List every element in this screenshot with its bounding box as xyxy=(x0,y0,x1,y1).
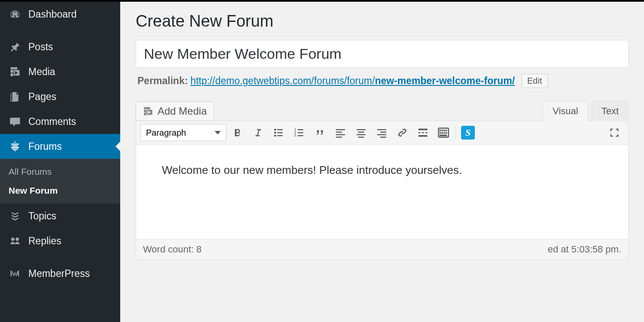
svg-rect-39 xyxy=(446,132,447,134)
svg-rect-13 xyxy=(298,135,304,136)
svg-rect-18 xyxy=(357,129,366,130)
shortcode-button[interactable]: S xyxy=(459,124,477,141)
editor-footer: Word count: 8 ed at 5:03:58 pm. xyxy=(136,239,628,259)
svg-rect-16 xyxy=(336,134,345,135)
align-center-button[interactable] xyxy=(352,124,371,141)
sidebar-item-replies[interactable]: Replies xyxy=(0,228,120,253)
sidebar-item-label: Dashboard xyxy=(28,9,77,20)
sidebar-item-label: Forums xyxy=(28,141,62,152)
svg-point-2 xyxy=(274,129,276,131)
svg-point-4 xyxy=(274,132,276,134)
numbered-list-button[interactable]: 123 xyxy=(290,124,309,141)
svg-rect-17 xyxy=(336,137,342,137)
toolbar-separator xyxy=(456,126,456,140)
svg-rect-15 xyxy=(336,132,342,133)
svg-rect-22 xyxy=(377,129,386,130)
forum-title-input[interactable] xyxy=(136,40,629,68)
svg-rect-21 xyxy=(358,137,364,137)
svg-rect-5 xyxy=(277,132,283,133)
sidebar-item-label: Posts xyxy=(28,41,53,53)
sidebar-item-label: Replies xyxy=(28,235,61,247)
sidebar-item-comments[interactable]: Comments xyxy=(0,109,120,134)
svg-rect-30 xyxy=(419,135,428,137)
main-content: Create New Forum Permalink: http://demo.… xyxy=(120,2,644,322)
word-count: Word count: 8 xyxy=(143,244,202,255)
svg-rect-19 xyxy=(358,132,364,133)
svg-point-1 xyxy=(15,237,19,241)
memberpress-icon xyxy=(9,267,21,280)
pin-icon xyxy=(9,40,21,53)
saved-timestamp: ed at 5:03:58 pm. xyxy=(548,244,621,255)
editor-box: Paragraph 123 S xyxy=(136,121,629,260)
svg-rect-29 xyxy=(425,132,428,133)
sidebar-item-dashboard[interactable]: Dashboard xyxy=(0,2,120,27)
svg-rect-34 xyxy=(444,130,445,131)
chevron-down-icon xyxy=(215,131,221,134)
svg-rect-25 xyxy=(380,137,386,137)
svg-rect-38 xyxy=(444,132,445,134)
add-media-label: Add Media xyxy=(158,105,207,117)
svg-rect-28 xyxy=(422,132,424,133)
sidebar-item-topics[interactable]: Topics xyxy=(0,204,120,228)
submenu-all-forums[interactable]: All Forums xyxy=(0,162,120,181)
replies-icon xyxy=(9,234,21,247)
shortcode-icon: S xyxy=(461,126,475,140)
edit-permalink-button[interactable]: Edit xyxy=(522,74,547,88)
page-title: Create New Forum xyxy=(136,12,629,30)
svg-rect-7 xyxy=(277,135,283,136)
format-select[interactable]: Paragraph xyxy=(140,124,226,141)
italic-button[interactable] xyxy=(249,124,267,141)
svg-rect-11 xyxy=(298,132,304,133)
sidebar-item-label: Pages xyxy=(28,91,56,103)
editor-toolbar: Paragraph 123 S xyxy=(136,121,628,145)
svg-rect-40 xyxy=(440,135,447,137)
svg-rect-32 xyxy=(440,130,441,131)
svg-text:3: 3 xyxy=(294,134,296,137)
sidebar-item-label: Media xyxy=(28,66,55,78)
submenu-new-forum[interactable]: New Forum xyxy=(0,181,120,200)
svg-rect-35 xyxy=(446,130,447,131)
dashboard-icon xyxy=(9,8,21,21)
svg-rect-14 xyxy=(336,129,345,130)
add-media-button[interactable]: Add Media xyxy=(136,101,214,121)
svg-rect-24 xyxy=(377,134,386,135)
svg-rect-23 xyxy=(380,132,386,133)
svg-rect-33 xyxy=(441,130,443,131)
forums-submenu: All Forums New Forum xyxy=(0,159,120,204)
blockquote-button[interactable] xyxy=(310,124,329,141)
sidebar-item-pages[interactable]: Pages xyxy=(0,84,120,109)
toolbar-toggle-button[interactable] xyxy=(434,124,453,141)
permalink-link[interactable]: http://demo.getwebtips.com/forums/forum/… xyxy=(191,75,515,87)
media-icon xyxy=(9,65,21,78)
svg-rect-9 xyxy=(298,129,304,130)
align-left-button[interactable] xyxy=(331,124,350,141)
editor-content[interactable]: Welcome to our new members! Please intro… xyxy=(136,145,628,239)
topics-icon xyxy=(9,210,21,222)
permalink-row: Permalink: http://demo.getwebtips.com/fo… xyxy=(137,74,627,88)
svg-point-0 xyxy=(11,237,15,241)
svg-rect-37 xyxy=(441,132,443,134)
sidebar-item-media[interactable]: Media xyxy=(0,59,120,84)
pages-icon xyxy=(9,90,21,103)
svg-rect-20 xyxy=(357,134,366,135)
svg-point-6 xyxy=(274,135,276,137)
svg-rect-26 xyxy=(419,129,428,131)
bold-button[interactable] xyxy=(228,124,247,141)
admin-sidebar: Dashboard Posts Media Pages Comments For… xyxy=(0,2,120,322)
sidebar-item-memberpress[interactable]: MemberPress xyxy=(0,261,120,286)
read-more-button[interactable] xyxy=(413,124,432,141)
sidebar-item-forums[interactable]: Forums xyxy=(0,134,120,159)
permalink-label: Permalink: xyxy=(137,75,188,87)
align-right-button[interactable] xyxy=(372,124,391,141)
sidebar-item-posts[interactable]: Posts xyxy=(0,34,120,59)
sidebar-item-label: MemberPress xyxy=(28,268,90,279)
tab-visual[interactable]: Visual xyxy=(543,101,588,121)
fullscreen-button[interactable] xyxy=(605,124,624,141)
comments-icon xyxy=(9,115,21,128)
bullet-list-button[interactable] xyxy=(269,124,288,141)
tab-text[interactable]: Text xyxy=(592,101,629,121)
sidebar-item-label: Comments xyxy=(28,116,76,128)
svg-rect-36 xyxy=(440,132,441,134)
link-button[interactable] xyxy=(393,124,412,141)
forums-icon xyxy=(9,140,21,153)
